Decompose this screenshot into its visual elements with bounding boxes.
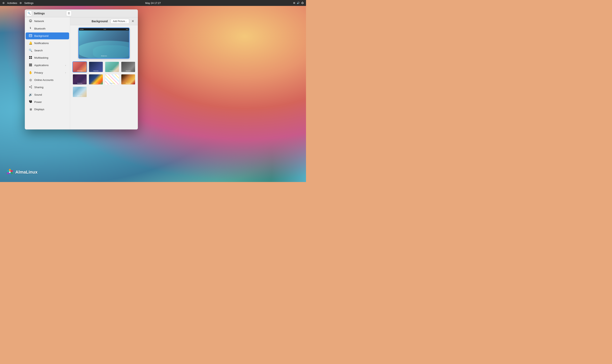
featured-inner: Activities 17:27 ⊞ 🔊 AlmaLinux [79,28,129,58]
wallpaper-label-2: AlmaLinux [93,70,98,71]
wallpaper-thumb-2[interactable]: AlmaLinux [89,61,103,72]
sidebar-item-background[interactable]: Background [26,32,69,39]
online-accounts-label: Online Accounts [34,78,54,81]
svg-rect-10 [30,65,31,65]
datetime-display: May 24 17:27 [145,1,161,4]
svg-line-19 [30,87,31,88]
notifications-label: Notifications [34,42,49,45]
wallpaper-thumb-4[interactable]: AlmaLinux [121,61,136,72]
sidebar-item-sound[interactable]: 🔊 Sound [26,91,69,98]
sharing-icon [29,85,32,89]
svg-rect-13 [30,65,31,66]
wallpaper-label-7: AlmaLinux [109,83,115,84]
background-header: Background Add Picture... ✕ [70,17,138,25]
sound-label: Sound [34,93,42,96]
displays-label: Displays [34,108,44,111]
activities-icon: ⚙ [2,1,5,4]
wallpaper-thumb-inner-9: AlmaLinux [73,87,87,97]
wallpaper-label-5: AlmaLinux [77,83,82,84]
sidebar-item-power[interactable]: Power [26,98,69,106]
mini-time: 17:27 [104,29,106,30]
mini-icons: ⊞ 🔊 [126,29,128,30]
wallpaper-thumb-8[interactable]: AlmaLinux [121,74,136,85]
mini-almalinux-logo: AlmaLinux [101,55,107,56]
svg-rect-8 [31,64,32,64]
wallpaper-label-9: AlmaLinux [77,95,82,96]
applications-arrow-icon: › [65,64,66,66]
mini-desktop: AlmaLinux [79,30,129,58]
svg-point-15 [29,87,30,87]
sidebar-item-privacy[interactable]: ✋ Privacy › [26,69,69,76]
background-label: Background [34,34,48,37]
volume-tray-icon[interactable]: 🔊 [297,1,300,4]
power-tray-icon[interactable]: ⏻ [301,1,304,4]
svg-rect-5 [31,58,32,59]
sidebar-item-online-accounts[interactable]: ◎ Online Accounts [26,76,69,83]
wallpaper-thumb-inner-6: AlmaLinux [89,74,103,85]
add-picture-button[interactable]: Add Picture... [111,19,129,24]
sidebar-item-displays[interactable]: 🖥 Displays [26,106,69,113]
displays-icon: 🖥 [29,108,32,111]
sidebar-item-bluetooth[interactable]: Bluetooth [26,25,69,32]
sidebar-item-network[interactable]: Network [26,17,69,25]
wallpaper-thumb-inner-4: AlmaLinux [121,62,135,72]
app-label: Settings [24,1,33,4]
search-sidebar-icon: 🔍 [29,49,32,52]
mini-activities: Activities [80,29,84,30]
hamburger-icon: ☰ [68,12,70,15]
settings-icon: ⚙ [19,1,22,4]
wallpaper-thumb-1[interactable]: AlmaLinux [72,61,87,72]
wallpaper-thumb-inner-3: AlmaLinux [105,62,119,72]
sidebar-item-notifications[interactable]: 🔔 Notifications [26,39,69,47]
close-button[interactable]: ✕ [130,19,135,24]
wallpaper-label-3: AlmaLinux [109,70,115,71]
svg-rect-11 [31,65,32,65]
multitasking-label: Multitasking [34,56,48,59]
sidebar-item-multitasking[interactable]: Multitasking [26,54,69,61]
privacy-arrow-icon: › [65,71,66,74]
svg-rect-1 [29,35,32,36]
sidebar-item-applications[interactable]: Applications › [26,62,69,69]
almalinux-logo-icon [6,168,14,176]
svg-line-18 [30,86,31,87]
hamburger-menu-button[interactable]: ☰ [66,11,72,16]
wallpaper-thumb-inner-7: AlmaLinux [105,74,119,85]
wallpaper-label-6: AlmaLinux [93,83,98,84]
mini-wave2 [93,45,129,58]
wallpaper-label-8: AlmaLinux [126,83,131,84]
wallpaper-thumb-9[interactable]: AlmaLinux [72,86,87,97]
wallpaper-thumb-7[interactable]: AlmaLinux [105,74,119,85]
wallpaper-thumb-5[interactable]: AlmaLinux [72,74,87,85]
activities-label[interactable]: Activities [7,1,17,4]
svg-rect-4 [29,58,30,59]
search-icon: 🔍 [27,12,31,15]
search-button[interactable]: 🔍 [26,11,32,16]
network-label: Network [34,20,44,23]
wallpaper-thumb-6[interactable]: AlmaLinux [89,74,103,85]
svg-rect-14 [31,65,32,66]
privacy-label: Privacy [34,71,43,74]
svg-rect-3 [31,56,32,57]
network-icon [29,19,32,23]
network-tray-icon: ⊞ [293,1,295,4]
applications-label: Applications [34,64,49,67]
wallpaper-thumb-inner-8: AlmaLinux [121,74,135,85]
wallpaper-thumb-3[interactable]: AlmaLinux [105,61,119,72]
wallpaper-grid-area: Activities 17:27 ⊞ 🔊 AlmaLinux [70,25,138,130]
sidebar-item-search[interactable]: 🔍 Search [26,47,69,54]
taskbar: ⚙ Activities ⚙ Settings May 24 17:27 ⊞ 🔊… [0,0,306,6]
background-icon [29,34,32,38]
wallpaper-label-4: AlmaLinux [126,70,131,71]
window-title: Settings [34,12,45,15]
svg-rect-6 [29,64,30,64]
svg-point-26 [9,171,11,173]
almalinux-logo: AlmaLinux [6,168,37,176]
featured-wallpaper-preview[interactable]: Activities 17:27 ⊞ 🔊 AlmaLinux [78,27,130,59]
sharing-label: Sharing [34,86,43,89]
wallpaper-thumb-inner-5: AlmaLinux [73,74,87,85]
main-content: Background Add Picture... ✕ Activities 1… [70,17,138,130]
power-label: Power [34,101,42,104]
sidebar-item-sharing[interactable]: Sharing [26,84,69,91]
background-section-title: Background [89,20,111,23]
mini-taskbar: Activities 17:27 ⊞ 🔊 [79,28,129,30]
